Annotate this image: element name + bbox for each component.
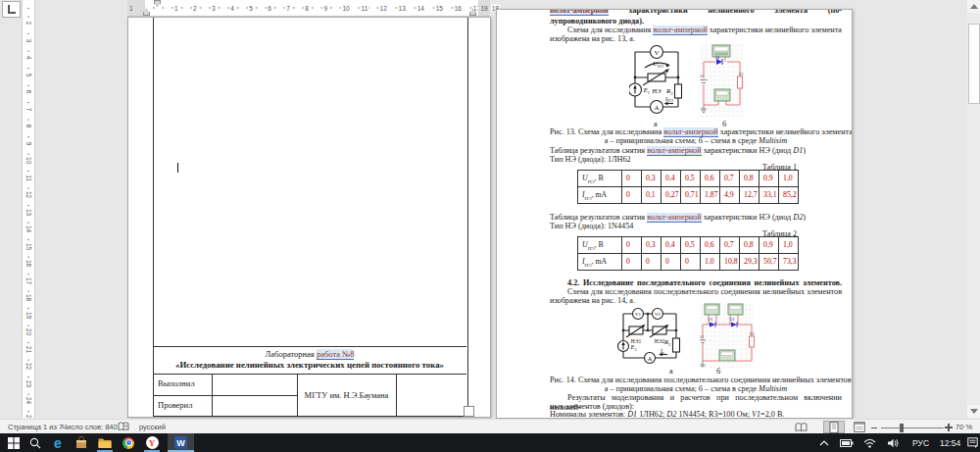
table-row: UНЭ, В 00,30,40,50,60,70,80,91,0 bbox=[578, 171, 798, 186]
table-cell: 0,3 bbox=[641, 171, 661, 186]
table-cell: 0,6 bbox=[700, 171, 719, 186]
status-bar: Страница 1 из 7 Число слов: 840 русский bbox=[0, 419, 980, 434]
cell-checked: Проверил bbox=[158, 401, 192, 411]
svg-text:R3: R3 bbox=[663, 338, 671, 347]
svg-text:R3: R3 bbox=[665, 87, 673, 96]
svg-text:D1: D1 bbox=[709, 318, 713, 322]
svg-text:E1: E1 bbox=[630, 343, 637, 352]
taskbar-chrome[interactable] bbox=[118, 433, 139, 452]
ruler-number: 15 bbox=[25, 241, 32, 250]
zoom-in-button[interactable] bbox=[945, 424, 953, 431]
table-cell: 0 bbox=[621, 237, 641, 253]
table-cell: 85,2 bbox=[778, 187, 798, 203]
ruler-right-margin[interactable]: 19 bbox=[478, 0, 490, 16]
ruler-text-area[interactable]: 123456789101112131415161718 bbox=[145, 0, 478, 16]
speaker-icon[interactable] bbox=[887, 438, 899, 448]
web-layout-button[interactable] bbox=[849, 421, 870, 433]
word-count[interactable]: Число слов: 840 bbox=[62, 423, 118, 431]
ruler-number: 18 bbox=[25, 293, 32, 302]
table-cell: 0,8 bbox=[739, 237, 759, 253]
edge-icon: e bbox=[54, 435, 62, 451]
tray-chevron-icon[interactable] bbox=[819, 440, 829, 446]
table-cell: 0,27 bbox=[661, 187, 680, 203]
document-page-1[interactable]: Лабораторная работа №8 «Исследование нел… bbox=[127, 17, 491, 418]
ruler-number: 5 bbox=[248, 5, 254, 12]
zoom-level[interactable]: 70 % bbox=[956, 423, 972, 431]
zoom-slider-track[interactable] bbox=[881, 427, 944, 428]
caption-fig13-sub: а – принципиальная схема; б – схема в ср… bbox=[550, 136, 842, 146]
windows-logo-icon bbox=[8, 437, 20, 449]
table-cell: 0,8 bbox=[739, 171, 759, 186]
table-resize-handle[interactable] bbox=[464, 406, 474, 417]
ruler-number: 7 bbox=[25, 106, 32, 112]
svg-text:V1: V1 bbox=[700, 75, 704, 78]
taskbar-store[interactable] bbox=[71, 433, 92, 452]
wifi-icon[interactable] bbox=[863, 438, 876, 448]
horizontal-ruler[interactable]: 1 123456789101112131415161718 19 bbox=[127, 0, 490, 17]
store-bag-icon bbox=[75, 436, 87, 449]
zoom-slider-thumb[interactable] bbox=[900, 424, 904, 432]
ruler-number: 21 bbox=[25, 344, 32, 353]
scroll-up-icon bbox=[970, 4, 978, 9]
table-cell: 0,9 bbox=[759, 237, 778, 253]
ruler-number: 10 bbox=[25, 156, 32, 165]
ruler-number: 17 bbox=[25, 276, 32, 284]
svg-text:R3: R3 bbox=[739, 73, 744, 76]
scroll-down-button[interactable] bbox=[967, 405, 980, 418]
start-button[interactable] bbox=[4, 433, 24, 452]
table-cell: 1,0 bbox=[778, 237, 798, 253]
proofing-icon[interactable] bbox=[118, 422, 129, 432]
vertical-scrollbar[interactable] bbox=[967, 0, 980, 419]
vertical-ruler[interactable]: 2345678910111213141516171819202122232425 bbox=[22, 0, 35, 418]
title-block: Лабораторная работа №8 «Исследование нел… bbox=[153, 346, 466, 375]
scrollbar-thumb[interactable] bbox=[968, 24, 980, 104]
svg-text:Iн: Iн bbox=[660, 348, 664, 355]
ruler-number: 8 bbox=[304, 5, 310, 12]
tab-stop-selector[interactable] bbox=[2, 1, 21, 18]
ruler-number: 9 bbox=[25, 140, 32, 146]
ruler-number: 3 bbox=[211, 5, 217, 12]
print-layout-button[interactable] bbox=[823, 421, 845, 433]
para-nominals: Номиналы элементов: D1 1ЛН62; D2 1N4454;… bbox=[550, 410, 842, 419]
svg-text:A: A bbox=[654, 104, 659, 112]
read-mode-button[interactable] bbox=[790, 421, 811, 433]
cell-executed: Выполнил bbox=[158, 379, 195, 389]
lab-title-line1: Лабораторная работа №8 bbox=[153, 350, 466, 360]
ruler-number: 2 bbox=[25, 21, 32, 26]
heading-41-clipped: вольт-амперной характеристики нелинейног… bbox=[550, 9, 842, 16]
ruler-number: 24 bbox=[25, 396, 32, 405]
ruler-number: 23 bbox=[25, 378, 32, 387]
tray-language[interactable]: РУС bbox=[912, 438, 929, 448]
tray-clock[interactable]: 12:54 bbox=[940, 438, 960, 448]
svg-text:A: A bbox=[648, 355, 653, 362]
table-cell: 0,4 bbox=[661, 171, 680, 186]
signature-table: Выполнил Проверил МГТУ им. Н.Э.Баумана bbox=[153, 374, 466, 417]
table-cell: 0 bbox=[621, 254, 641, 270]
ruler-number: 22 bbox=[25, 362, 32, 371]
action-center-icon[interactable] bbox=[967, 437, 978, 449]
table-cell: 4,9 bbox=[719, 187, 739, 203]
svg-text:V1: V1 bbox=[700, 335, 704, 339]
print-layout-icon bbox=[829, 422, 839, 433]
scroll-up-button[interactable] bbox=[967, 0, 980, 13]
language-indicator[interactable]: русский bbox=[139, 423, 166, 431]
zoom-out-button[interactable] bbox=[871, 427, 877, 428]
taskbar-edge[interactable]: e bbox=[47, 433, 69, 452]
svg-text:V: V bbox=[654, 49, 659, 57]
svg-text:E1: E1 bbox=[643, 86, 651, 95]
para-scheme-13b: изображена на рис. 13, а. bbox=[550, 34, 842, 44]
table-cell: 0,5 bbox=[680, 171, 700, 186]
document-page-2[interactable]: вольт-амперной характеристики нелинейног… bbox=[496, 9, 853, 419]
search-button[interactable] bbox=[25, 433, 45, 452]
table-cell: 12,7 bbox=[739, 187, 759, 203]
para-scheme-14b: изображена на рис. 14, а. bbox=[550, 296, 842, 306]
table-cell: 1,0 bbox=[700, 254, 719, 270]
figure-14b-multisim: V1 R3 D1 D2 bbox=[700, 303, 755, 368]
ruler-number: 8 bbox=[25, 124, 32, 129]
ruler-number: 7 bbox=[285, 5, 291, 12]
ruler-left-margin[interactable]: 1 bbox=[127, 0, 145, 16]
file-explorer-icon bbox=[98, 437, 112, 449]
battery-icon[interactable] bbox=[840, 439, 854, 447]
page-count[interactable]: Страница 1 из 7 bbox=[8, 423, 63, 431]
table-row: UНЭ, В 00,30,40,50,60,70,80,91,0 bbox=[578, 237, 798, 253]
